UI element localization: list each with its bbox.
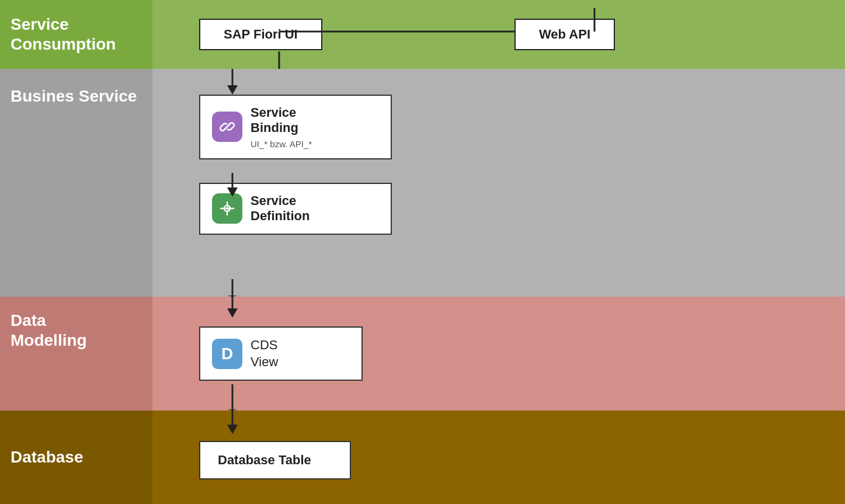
consumption-arrows-svg [152,0,845,69]
data-label: Data Modelling [0,297,152,411]
svg-marker-4 [227,85,238,95]
svg-marker-6 [227,187,238,197]
consumption-content: SAP Fiori UI Web API [152,0,845,69]
database-label-text: Database [11,447,84,467]
svg-marker-17 [227,308,238,318]
layer-data: Data Modelling D CDSView [0,297,845,411]
layer-database: Database Database Table [0,411,845,504]
database-arrows-svg [152,411,845,504]
business-label: Busines Service [0,69,152,297]
database-content: Database Table [152,411,845,504]
data-label-text: Data Modelling [11,311,87,350]
layer-business: Busines Service [0,69,845,297]
data-content: D CDSView [152,297,845,411]
business-arrows-svg [152,69,845,297]
business-content: ServiceBinding UI_* bzw. API_* [152,69,845,297]
business-label-text: Busines Service [11,86,137,106]
layer-consumption: Service Consumption SAP Fiori UI Web API [0,0,845,69]
consumption-label-text: Service Consumption [11,15,142,54]
diagram-container: Service Consumption SAP Fiori UI Web API [0,0,845,504]
database-label: Database [0,411,152,504]
svg-marker-21 [227,425,238,434]
consumption-label: Service Consumption [0,0,152,69]
data-arrows-svg [152,297,845,411]
